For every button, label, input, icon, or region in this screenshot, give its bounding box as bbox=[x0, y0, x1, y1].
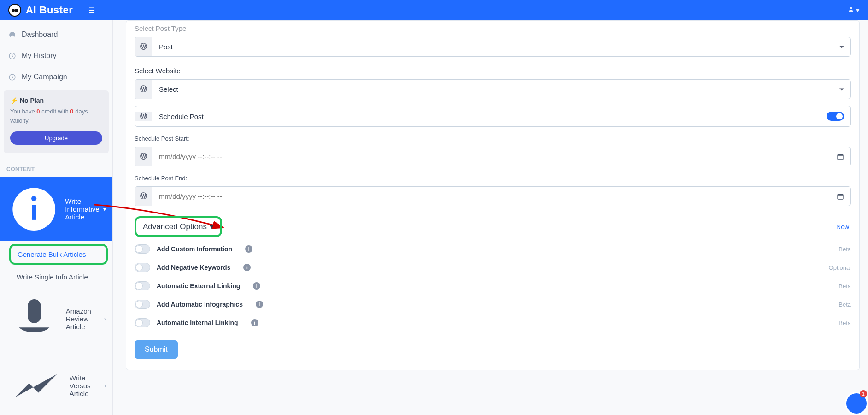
schedule-end-input[interactable]: Ⓦ bbox=[135, 186, 851, 206]
schedule-end-field[interactable] bbox=[159, 192, 837, 200]
website-label: Select Website bbox=[135, 67, 851, 75]
schedule-start-input[interactable]: Ⓦ bbox=[135, 147, 851, 166]
post-type-label: Select Post Type bbox=[135, 24, 851, 32]
option-external-linking-label: Automatic External Linking bbox=[157, 282, 240, 290]
calendar-icon bbox=[837, 193, 844, 200]
option-negative-keywords-tag: Optional bbox=[829, 264, 851, 271]
nav-history[interactable]: My History bbox=[0, 45, 112, 66]
post-type-select[interactable]: Ⓦ Post bbox=[135, 37, 851, 57]
nav-campaign-label: My Campaign bbox=[22, 73, 67, 81]
option-negative-keywords-label: Add Negative Keywords bbox=[157, 264, 230, 271]
option-custom-info-toggle[interactable] bbox=[135, 244, 150, 254]
user-menu-button[interactable]: ▾ bbox=[848, 6, 860, 14]
advanced-options-label: Advanced Options bbox=[143, 222, 207, 231]
svg-point-4 bbox=[31, 196, 36, 201]
wordpress-icon: Ⓦ bbox=[135, 37, 152, 56]
wordpress-icon: Ⓦ bbox=[135, 112, 152, 121]
schedule-post-toggle[interactable] bbox=[827, 112, 844, 121]
option-external-linking-tag: Beta bbox=[839, 283, 851, 290]
nav-write-informative-label: Write Informative Article bbox=[65, 197, 104, 221]
wordpress-icon: Ⓦ bbox=[135, 147, 152, 166]
advanced-options-button[interactable]: Advanced Options ▾ bbox=[135, 216, 222, 237]
form-card: Select Post Type Ⓦ Post Select Website Ⓦ… bbox=[126, 20, 860, 370]
svg-rect-3 bbox=[32, 205, 36, 219]
nav-dashboard[interactable]: Dashboard bbox=[0, 24, 112, 45]
option-internal-linking-tag: Beta bbox=[839, 320, 851, 326]
svg-rect-6 bbox=[838, 154, 843, 160]
schedule-start-label: Schedule Post Start: bbox=[135, 135, 851, 142]
option-custom-info-label: Add Custom Information bbox=[157, 245, 232, 253]
nav-amazon-label: Amazon Review Article bbox=[66, 307, 104, 331]
option-negative-keywords-toggle[interactable] bbox=[135, 263, 150, 272]
top-bar: AI Buster ☰ ▾ bbox=[0, 0, 868, 20]
option-internal-linking: Automatic Internal Linking i Beta bbox=[135, 314, 851, 332]
brand-logo-icon bbox=[8, 4, 21, 17]
schedule-end-label: Schedule Post End: bbox=[135, 175, 851, 182]
main-content: Select Post Type Ⓦ Post Select Website Ⓦ… bbox=[113, 20, 868, 415]
website-select[interactable]: Ⓦ Select bbox=[135, 79, 851, 99]
option-custom-info-tag: Beta bbox=[839, 246, 851, 253]
brand: AI Buster ☰ bbox=[8, 4, 95, 17]
upgrade-button[interactable]: Upgrade bbox=[10, 131, 102, 145]
chevron-right-icon: › bbox=[104, 316, 106, 322]
plan-title: ⚡ No Plan bbox=[10, 97, 102, 104]
info-icon[interactable]: i bbox=[245, 245, 252, 253]
option-custom-info: Add Custom Information i Beta bbox=[135, 240, 851, 258]
option-external-linking: Automatic External Linking i Beta bbox=[135, 277, 851, 295]
nav-generate-bulk[interactable]: Generate Bulk Articles bbox=[9, 244, 108, 265]
option-negative-keywords: Add Negative Keywords i Optional bbox=[135, 258, 851, 277]
calendar-icon bbox=[837, 153, 844, 160]
info-icon[interactable]: i bbox=[251, 319, 258, 326]
wordpress-icon: Ⓦ bbox=[135, 187, 152, 206]
nav-write-single-label: Write Single Info Article bbox=[17, 273, 88, 281]
info-icon[interactable]: i bbox=[253, 282, 260, 290]
nav-write-single[interactable]: Write Single Info Article bbox=[0, 267, 112, 286]
option-infographics-tag: Beta bbox=[839, 301, 851, 308]
option-infographics: Add Automatic Infographics i Beta bbox=[135, 295, 851, 314]
nav-amazon[interactable]: Amazon Review Article › bbox=[0, 286, 112, 351]
brand-text: AI Buster bbox=[26, 4, 73, 16]
float-notification-badge: 1 bbox=[860, 390, 867, 397]
svg-rect-7 bbox=[838, 194, 843, 199]
nav-generate-bulk-label: Generate Bulk Articles bbox=[18, 250, 86, 258]
bolt-icon: ⚡ bbox=[10, 97, 18, 104]
website-value: Select bbox=[152, 80, 850, 99]
svg-point-0 bbox=[850, 7, 852, 9]
chevron-right-icon: › bbox=[104, 383, 106, 389]
nav-history-label: My History bbox=[22, 52, 57, 60]
schedule-post-row: Ⓦ Schedule Post bbox=[135, 106, 851, 127]
chevron-down-icon: ▾ bbox=[210, 222, 214, 231]
wordpress-icon: Ⓦ bbox=[135, 80, 152, 99]
schedule-post-label: Schedule Post bbox=[159, 113, 204, 120]
nav-versus[interactable]: Write Versus Article › bbox=[0, 351, 112, 415]
option-infographics-toggle[interactable] bbox=[135, 300, 150, 309]
plan-card: ⚡ No Plan You have 0 credit with 0 days … bbox=[4, 90, 109, 153]
sidebar: Dashboard My History My Campaign ⚡ No Pl… bbox=[0, 20, 113, 415]
info-icon[interactable]: i bbox=[243, 264, 251, 271]
nav-dashboard-label: Dashboard bbox=[22, 30, 58, 39]
submit-button[interactable]: Submit bbox=[135, 340, 178, 359]
info-icon[interactable]: i bbox=[256, 301, 263, 308]
option-internal-linking-toggle[interactable] bbox=[135, 318, 150, 327]
schedule-start-field[interactable] bbox=[159, 153, 837, 160]
nav-campaign[interactable]: My Campaign bbox=[0, 66, 112, 88]
plan-description: You have 0 credit with 0 days validity. bbox=[10, 107, 102, 125]
option-infographics-label: Add Automatic Infographics bbox=[157, 301, 243, 308]
new-badge: New! bbox=[836, 223, 851, 231]
chevron-down-icon: ▾ bbox=[103, 206, 106, 213]
nav-versus-label: Write Versus Article bbox=[70, 374, 104, 397]
content-section-label: CONTENT bbox=[0, 158, 112, 177]
menu-toggle-icon[interactable]: ☰ bbox=[88, 6, 95, 15]
option-external-linking-toggle[interactable] bbox=[135, 281, 150, 290]
nav-write-informative[interactable]: Write Informative Article ▾ bbox=[0, 177, 112, 241]
option-internal-linking-label: Automatic Internal Linking bbox=[157, 319, 238, 326]
post-type-value: Post bbox=[152, 37, 850, 56]
